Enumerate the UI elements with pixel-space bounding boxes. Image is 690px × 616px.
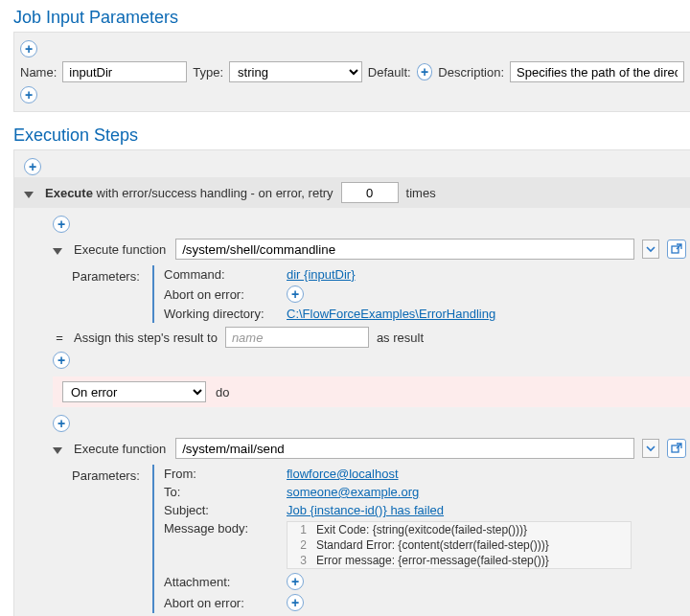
- add-default-button[interactable]: [417, 63, 433, 80]
- execute-function-row-1: Execute function: [53, 239, 690, 260]
- subject-label: Subject:: [164, 503, 279, 517]
- description-input[interactable]: [510, 61, 684, 82]
- execute-function-row-2: Execute function: [53, 438, 690, 459]
- message-body-label: Message body:: [164, 521, 279, 536]
- collapse-toggle-icon[interactable]: [24, 192, 34, 198]
- open-function-button[interactable]: [667, 439, 686, 458]
- type-select[interactable]: string: [229, 61, 362, 82]
- execute-function-label: Execute function: [74, 442, 166, 456]
- working-directory-value[interactable]: C:\FlowForceExamples\ErrorHandling: [287, 307, 495, 321]
- on-error-bar: On error do: [53, 376, 690, 407]
- body-line-1: Exit Code: {string(exitcode(failed-step(…: [316, 523, 527, 536]
- times-label: times: [406, 186, 436, 200]
- assign-result-row: = Assign this step's result to as result: [53, 323, 690, 350]
- do-label: do: [216, 385, 229, 399]
- type-label: Type:: [193, 65, 223, 80]
- assign-label: Assign this step's result to: [74, 331, 218, 345]
- parameters-label: Parameters:: [72, 265, 152, 323]
- body-line-2: Standard Error: {content(stderr(failed-s…: [316, 538, 549, 552]
- description-label: Description:: [438, 65, 504, 80]
- execute-step-header: Execute with error/success handling - on…: [14, 177, 690, 208]
- step2-inner: Execute function Parameters: From: flowf…: [53, 413, 690, 613]
- job-input-parameters-title: Job Input Parameters: [0, 0, 690, 32]
- execute-step-label: Execute with error/success handling - on…: [45, 186, 334, 200]
- error-handling-select[interactable]: On error: [62, 381, 206, 402]
- from-label: From:: [164, 467, 279, 481]
- gutter-3: 3: [293, 554, 316, 567]
- body-line-3: Error message: {error-message(failed-ste…: [316, 554, 549, 567]
- parameters-block-2: Parameters: From: flowforce@localhost To…: [72, 465, 690, 613]
- message-body-codebox[interactable]: 1Exit Code: {string(exitcode(failed-step…: [287, 521, 632, 569]
- execution-steps-title: Execution Steps: [0, 118, 690, 149]
- default-label: Default:: [368, 65, 411, 80]
- attachment-label: Attachment:: [164, 575, 279, 589]
- name-input[interactable]: [62, 61, 187, 82]
- subject-value[interactable]: Job {instance-id()} has failed: [287, 503, 444, 517]
- add-step-top-button[interactable]: [24, 158, 41, 175]
- from-value[interactable]: flowforce@localhost: [287, 467, 399, 481]
- name-label: Name:: [20, 65, 57, 80]
- function-dropdown-button[interactable]: [642, 439, 659, 458]
- add-abort-button[interactable]: [287, 285, 304, 303]
- working-directory-label: Working directory:: [164, 307, 279, 321]
- parameters-block-1: Parameters: Command: dir {inputDir} Abor…: [72, 265, 690, 323]
- collapse-toggle-icon[interactable]: [53, 447, 62, 454]
- as-result-label: as result: [377, 331, 424, 345]
- add-attachment-button[interactable]: [287, 573, 304, 590]
- gutter-2: 2: [293, 538, 316, 552]
- assign-name-input[interactable]: [225, 327, 369, 348]
- abort-on-error-label: Abort on error:: [164, 287, 279, 302]
- function-dropdown-button[interactable]: [642, 240, 659, 259]
- retry-count-input[interactable]: [341, 182, 399, 203]
- parameters-label: Parameters:: [72, 465, 152, 613]
- equals-label: =: [53, 331, 66, 345]
- command-value[interactable]: dir {inputDir}: [287, 267, 356, 282]
- collapse-toggle-icon[interactable]: [53, 248, 62, 255]
- execute-function-label: Execute function: [74, 242, 166, 257]
- add-substep-button[interactable]: [53, 216, 70, 233]
- to-label: To:: [164, 485, 279, 499]
- step1-inner: Execute function Parameters: Command: di…: [53, 214, 690, 371]
- add-parameter-top-button[interactable]: [20, 40, 37, 57]
- function-path-input-2[interactable]: [175, 438, 634, 459]
- add-parameter-bottom-button[interactable]: [20, 86, 37, 103]
- open-function-button[interactable]: [667, 240, 686, 259]
- svg-rect-1: [672, 445, 678, 452]
- execution-steps-panel: Execute with error/success handling - on…: [13, 149, 690, 616]
- svg-rect-0: [672, 246, 678, 253]
- job-input-parameters-panel: Name: Type: string Default: Description:: [13, 32, 690, 112]
- add-after-assign-button[interactable]: [53, 352, 70, 369]
- command-label: Command:: [164, 267, 279, 282]
- function-path-input-1[interactable]: [175, 239, 634, 260]
- add-onerror-step-button[interactable]: [53, 415, 70, 432]
- abort-on-error-label-2: Abort on error:: [164, 596, 279, 610]
- gutter-1: 1: [293, 523, 316, 536]
- to-value[interactable]: someone@example.org: [287, 485, 419, 499]
- add-abort-button-2[interactable]: [287, 594, 304, 611]
